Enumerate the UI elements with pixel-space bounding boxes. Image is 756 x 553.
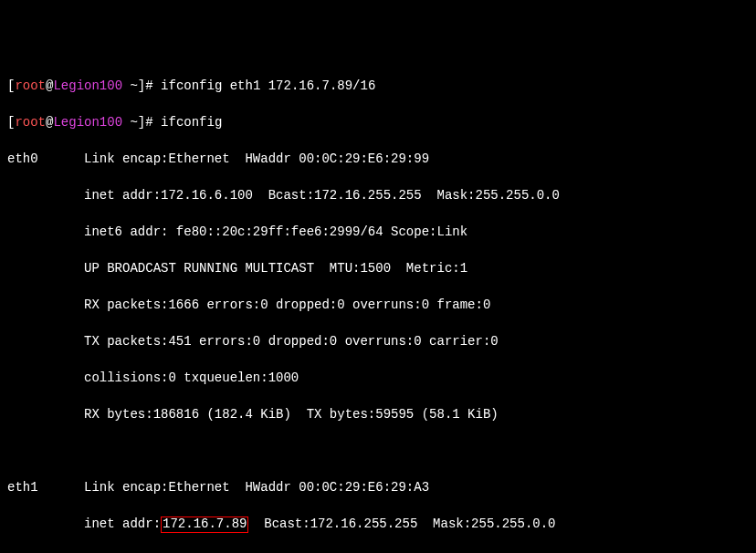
eth0-line-inet6: inet6 addr: fe80::20c:29ff:fee6:2999/64 … xyxy=(7,223,749,241)
prompt-hash: # xyxy=(145,78,161,93)
prompt-dir: ~ xyxy=(122,115,138,130)
prompt-user: root xyxy=(15,115,46,130)
blank-line xyxy=(7,442,749,460)
bracket-close: ] xyxy=(138,78,145,93)
prompt-user: root xyxy=(15,78,46,93)
eth0-line-up: UP BROADCAST RUNNING MULTICAST MTU:1500 … xyxy=(7,259,749,277)
eth0-col: collisions:0 txqueuelen:1000 xyxy=(84,370,299,385)
eth0-link: Link encap:Ethernet HWaddr 00:0C:29:E6:2… xyxy=(84,151,429,166)
eth0-inet: inet addr:172.16.6.100 Bcast:172.16.255.… xyxy=(84,188,560,203)
eth1-link: Link encap:Ethernet HWaddr 00:0C:29:E6:2… xyxy=(84,480,429,495)
prompt-host: Legion100 xyxy=(53,78,122,93)
highlighted-ip: 172.16.7.89 xyxy=(161,516,248,532)
eth0-inet6: inet6 addr: fe80::20c:29ff:fee6:2999/64 … xyxy=(84,224,467,239)
indent xyxy=(7,407,84,422)
indent xyxy=(7,188,84,203)
eth0-rxp: RX packets:1666 errors:0 dropped:0 overr… xyxy=(84,297,490,312)
bracket-close: ] xyxy=(138,115,145,130)
eth1-inet-suffix: Bcast:172.16.255.255 Mask:255.255.0.0 xyxy=(248,516,555,531)
eth1-line-link: eth1 Link encap:Ethernet HWaddr 00:0C:29… xyxy=(7,478,749,496)
eth0-up: UP BROADCAST RUNNING MULTICAST MTU:1500 … xyxy=(84,261,467,276)
prompt-hash: # xyxy=(145,115,161,130)
indent xyxy=(7,297,84,312)
indent xyxy=(7,224,84,239)
indent xyxy=(7,261,84,276)
eth0-line-inet: inet addr:172.16.6.100 Bcast:172.16.255.… xyxy=(7,186,749,204)
prompt-dir: ~ xyxy=(122,78,138,93)
iface-name: eth0 xyxy=(7,151,84,166)
indent xyxy=(7,516,84,531)
eth0-line-link: eth0 Link encap:Ethernet HWaddr 00:0C:29… xyxy=(7,150,749,168)
iface-name: eth1 xyxy=(7,480,84,495)
indent xyxy=(7,334,84,349)
prompt-host: Legion100 xyxy=(53,115,122,130)
eth0-txp: TX packets:451 errors:0 dropped:0 overru… xyxy=(84,334,499,349)
command-1: ifconfig eth1 172.16.7.89/16 xyxy=(161,78,375,93)
prompt-line-2: [root@Legion100 ~]# ifconfig xyxy=(7,113,749,131)
command-2: ifconfig xyxy=(161,115,222,130)
eth1-line-inet: inet addr:172.16.7.89 Bcast:172.16.255.2… xyxy=(7,515,749,533)
eth0-line-rxp: RX packets:1666 errors:0 dropped:0 overr… xyxy=(7,296,749,314)
eth0-line-rxb: RX bytes:186816 (182.4 KiB) TX bytes:595… xyxy=(7,405,749,423)
eth0-line-txp: TX packets:451 errors:0 dropped:0 overru… xyxy=(7,332,749,350)
prompt-line-1: [root@Legion100 ~]# ifconfig eth1 172.16… xyxy=(7,77,749,95)
eth1-inet-prefix: inet addr: xyxy=(84,516,161,531)
eth0-line-col: collisions:0 txqueuelen:1000 xyxy=(7,369,749,387)
eth0-rxb: RX bytes:186816 (182.4 KiB) TX bytes:595… xyxy=(84,407,499,422)
indent xyxy=(7,370,84,385)
